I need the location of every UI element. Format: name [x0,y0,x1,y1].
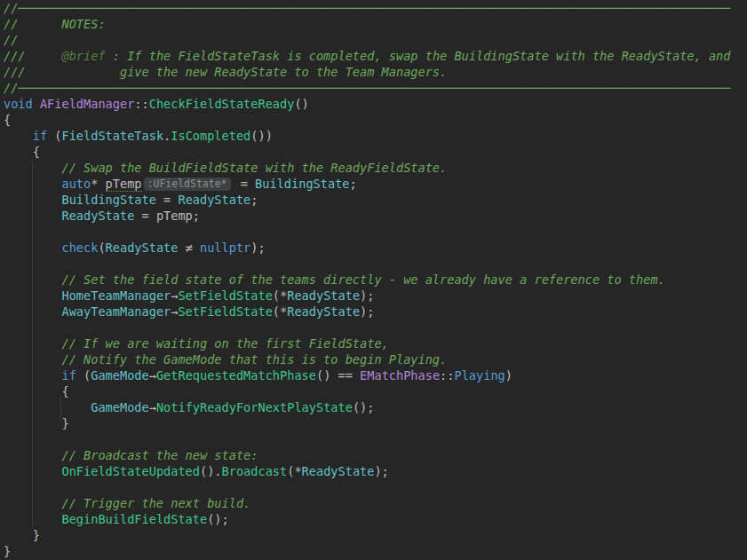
code-token-txt [4,512,61,526]
inlay-hint-type[interactable]: :UFieldState* [144,177,231,191]
code-token-fld: BuildingState [255,177,349,191]
code-token-fn: SetFieldState [178,304,272,319]
code-line-12: auto* pTemp:UFieldState* = BuildingState… [0,176,747,192]
code-token-txt: → [149,400,156,414]
code-token-cls: AFieldManager [40,97,134,111]
code-token-cm: //──────────────────────────────────────… [4,81,730,95]
code-line-4: /// @brief : If the FieldStateTask is co… [0,48,747,64]
code-line-1: //──────────────────────────────────────… [0,0,747,16]
code-token-kw: if [61,368,75,383]
code-token-txt [4,129,33,143]
code-token-txt: :: [134,97,148,111]
code-token-fld: ReadyState [302,464,375,478]
code-token-txt: ); [360,288,374,303]
code-token-txt: ≠ [178,241,200,255]
code-line-29: // Broadcast the new state: [0,447,747,463]
code-line-35: } [0,543,747,559]
code-token-txt: ) [505,368,513,383]
code-token-en: Playing [454,368,505,383]
code-line-26: GameMode→NotifyReadyForNextPlayState(); [0,399,747,415]
code-line-3: // [0,32,747,48]
code-line-20: AwayTeamManager→SetFieldState(*ReadyStat… [0,304,747,319]
code-line-18: // Set the field state of the teams dire… [0,272,747,288]
code-line-10: { [0,144,747,160]
code-token-fld: ReadyState [178,193,250,207]
code-token-fn: Broadcast [222,464,288,478]
code-token-txt: = pTemp; [134,209,200,223]
code-token-txt [4,400,91,414]
code-token-txt: (); [207,512,229,526]
code-token-txt: } [4,416,69,430]
code-token-txt: ( [47,129,61,143]
code-line-11: // Swap the BuildFieldState with the Rea… [0,160,747,176]
code-token-kw: void [4,97,33,111]
code-token-txt: { [4,384,69,398]
code-line-27: } [0,415,747,431]
code-token-txt: = [234,177,256,191]
code-token-var: pTemp [106,177,142,192]
code-line-19: HomeTeamManager→SetFieldState(*ReadyStat… [0,288,747,304]
code-token-cls: EMatchPhase [360,368,440,383]
code-token-cm: // Notify the GameMode that this is to b… [4,352,447,367]
code-token-fld: ReadyState [287,304,360,319]
code-line-23: // Notify the GameMode that this is to b… [0,351,747,367]
code-token-txt [33,97,40,111]
code-token-txt: ( [76,368,91,383]
code-line-31 [0,479,747,495]
code-token-txt: ( [98,241,105,255]
code-line-24: if (GameMode→GetRequestedMatchPhase() ==… [0,367,747,383]
code-token-fn: GetRequestedMatchPhase [156,368,316,383]
code-line-22: // If we are waiting on the first FieldS… [0,335,747,351]
code-token-fld: ReadyState [287,288,360,303]
code-token-fld: GameMode [91,368,148,383]
code-token-txt: ); [250,241,265,255]
code-token-fn: IsCompleted [171,129,250,143]
code-token-cm: // NOTES: [4,17,106,31]
code-token-cm: /// give the new ReadyState to the Team … [4,65,447,79]
code-token-txt: (); [353,400,375,414]
code-token-cm: // If we are waiting on the first FieldS… [4,336,389,351]
code-line-16: check(ReadyState ≠ nullptr); [0,240,747,256]
code-token-fld: HomeTeamManager [61,288,171,303]
code-token-fn: OnFieldStateUpdated [61,464,200,478]
code-token-cm: /// [4,49,61,63]
code-token-cm: // Swap the BuildFieldState with the Rea… [4,161,447,175]
code-token-txt: ()) [250,129,273,143]
code-token-txt: (* [287,464,301,478]
code-token-cm: : If the FieldStateTask is completed, sw… [106,49,731,63]
code-line-28 [0,431,747,447]
code-token-txt: () == [316,368,360,383]
code-token-txt: { [4,113,11,127]
code-token-txt: (* [273,288,287,303]
code-line-5: /// give the new ReadyState to the Team … [0,64,747,80]
code-token-txt [4,193,61,207]
code-token-cm: // Set the field state of the teams dire… [4,272,665,287]
code-token-fn: NotifyReadyForNextPlayState [156,400,353,414]
code-editor[interactable]: //──────────────────────────────────────… [0,0,747,560]
code-token-kw: if [33,129,47,143]
code-token-cm: //──────────────────────────────────────… [4,1,730,15]
code-token-txt [4,241,61,255]
code-line-15 [0,224,747,240]
code-token-fn: CheckFieldStateReady [149,97,295,111]
code-token-kw: nullptr [200,241,250,255]
code-token-kw: check [61,241,98,255]
code-line-17 [0,256,747,272]
code-token-txt [4,288,61,303]
code-token-cm: // [4,33,18,47]
code-token-txt: ; [350,177,357,191]
code-token-fld: ReadyState [106,241,179,255]
code-token-txt: () [294,97,308,111]
code-token-txt: ); [374,464,388,478]
code-token-fn: SetFieldState [178,288,272,303]
code-line-2: // NOTES: [0,16,747,32]
code-token-txt: } [4,528,40,542]
code-token-txt [4,304,61,319]
code-line-8: { [0,112,747,128]
code-token-txt: → [149,368,156,383]
code-line-34: } [0,527,747,543]
code-token-fld: FieldStateTask [62,129,164,143]
code-line-32: // Trigger the next build. [0,495,747,511]
code-token-tag: @brief [61,49,105,63]
code-token-txt: ); [360,304,374,319]
